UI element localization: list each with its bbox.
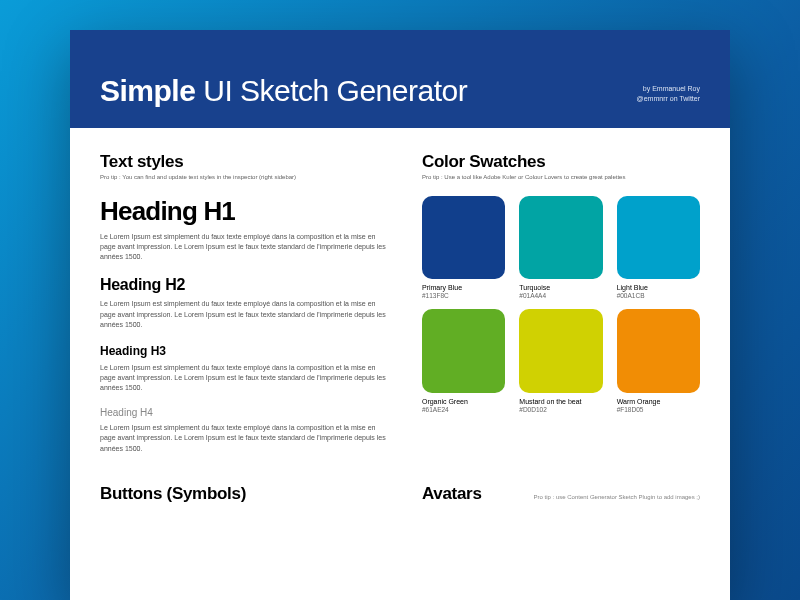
section-title-buttons: Buttons (Symbols) bbox=[100, 484, 392, 504]
body-text-h2: Le Lorem Ipsum est simplement du faux te… bbox=[100, 299, 392, 329]
buttons-section: Buttons (Symbols) bbox=[100, 484, 392, 504]
swatch-color-box bbox=[617, 196, 700, 279]
swatch-name: Light Blue bbox=[617, 284, 700, 291]
section-title-avatars: Avatars bbox=[422, 484, 482, 504]
swatches-grid: Primary Blue#113F8CTurquoise#01A4A4Light… bbox=[422, 196, 700, 413]
swatch-item: Primary Blue#113F8C bbox=[422, 196, 505, 299]
swatch-hex: #D0D102 bbox=[519, 406, 602, 413]
heading-h4-sample: Heading H4 bbox=[100, 407, 392, 418]
avatars-section: Avatars Pro tip : use Content Generator … bbox=[422, 484, 700, 504]
heading-h3-sample: Heading H3 bbox=[100, 344, 392, 358]
swatch-hex: #113F8C bbox=[422, 292, 505, 299]
swatch-color-box bbox=[519, 196, 602, 279]
swatch-color-box bbox=[422, 196, 505, 279]
section-title-text-styles: Text styles bbox=[100, 152, 392, 172]
swatch-item: Turquoise#01A4A4 bbox=[519, 196, 602, 299]
swatch-name: Organic Green bbox=[422, 398, 505, 405]
swatch-item: Warm Orange#F18D05 bbox=[617, 309, 700, 412]
swatch-hex: #00A1CB bbox=[617, 292, 700, 299]
swatch-name: Primary Blue bbox=[422, 284, 505, 291]
swatch-hex: #61AE24 bbox=[422, 406, 505, 413]
swatch-item: Light Blue#00A1CB bbox=[617, 196, 700, 299]
heading-h1-sample: Heading H1 bbox=[100, 196, 392, 227]
content-row: Text styles Pro tip : You can find and u… bbox=[70, 128, 730, 478]
avatars-protip: Pro tip : use Content Generator Sketch P… bbox=[534, 494, 700, 500]
swatch-hex: #01A4A4 bbox=[519, 292, 602, 299]
swatch-color-box bbox=[519, 309, 602, 392]
color-swatches-section: Color Swatches Pro tip : Use a tool like… bbox=[422, 152, 700, 468]
swatch-color-box bbox=[422, 309, 505, 392]
swatch-hex: #F18D05 bbox=[617, 406, 700, 413]
footer-sections: Buttons (Symbols) Avatars Pro tip : use … bbox=[70, 478, 730, 504]
swatch-name: Mustard on the beat bbox=[519, 398, 602, 405]
swatch-item: Organic Green#61AE24 bbox=[422, 309, 505, 412]
body-text-h3: Le Lorem Ipsum est simplement du faux te… bbox=[100, 363, 392, 393]
section-title-color-swatches: Color Swatches bbox=[422, 152, 700, 172]
page-title: Simple UI Sketch Generator bbox=[100, 74, 467, 108]
credit-line-1: by Emmanuel Roy bbox=[637, 84, 700, 94]
styleguide-page: Simple UI Sketch Generator by Emmanuel R… bbox=[70, 30, 730, 600]
text-styles-protip: Pro tip : You can find and update text s… bbox=[100, 174, 392, 180]
text-styles-section: Text styles Pro tip : You can find and u… bbox=[100, 152, 392, 468]
title-rest: UI Sketch Generator bbox=[195, 74, 467, 107]
color-swatches-protip: Pro tip : Use a tool like Adobe Kuler or… bbox=[422, 174, 700, 180]
header-credit: by Emmanuel Roy @emmnrr on Twitter bbox=[637, 84, 700, 108]
body-text-h1: Le Lorem Ipsum est simplement du faux te… bbox=[100, 232, 392, 262]
heading-h2-sample: Heading H2 bbox=[100, 276, 392, 294]
swatch-item: Mustard on the beat#D0D102 bbox=[519, 309, 602, 412]
body-text-h4: Le Lorem Ipsum est simplement du faux te… bbox=[100, 423, 392, 453]
swatch-color-box bbox=[617, 309, 700, 392]
swatch-name: Warm Orange bbox=[617, 398, 700, 405]
swatch-name: Turquoise bbox=[519, 284, 602, 291]
header-bar: Simple UI Sketch Generator by Emmanuel R… bbox=[70, 30, 730, 128]
title-bold: Simple bbox=[100, 74, 195, 107]
credit-line-2: @emmnrr on Twitter bbox=[637, 94, 700, 104]
